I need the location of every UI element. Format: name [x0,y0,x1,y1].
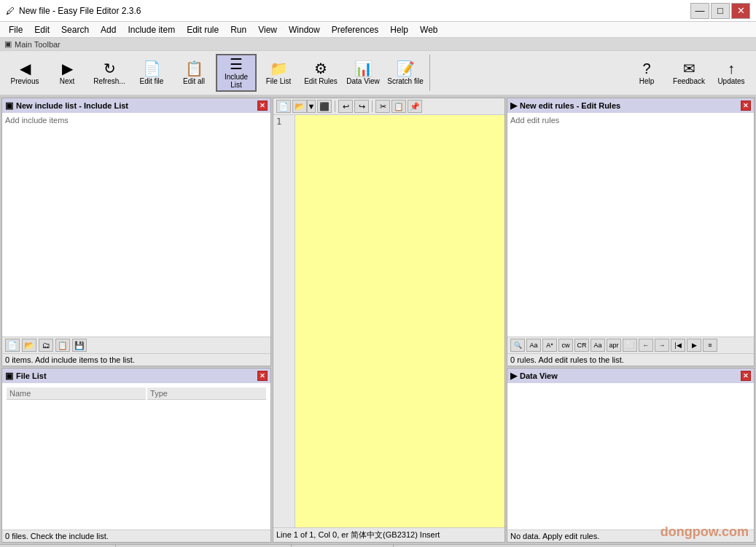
er-case-btn[interactable]: Aa [526,339,541,352]
include-export-btn[interactable]: 💾 [72,339,87,352]
data-view-title: Data View [520,371,558,380]
er-format-btn[interactable]: ⬜ [623,339,637,352]
editor-new-btn[interactable]: 📄 [276,100,291,113]
er-cr-btn[interactable]: CR [574,339,589,352]
toolbar-buttons: ◀Previous▶Next↻Refresh...📄Edit file📋Edit… [0,51,756,95]
er-aa-btn[interactable]: Aa [591,339,605,352]
er-apr-btn[interactable]: apr [607,339,621,352]
menu-item-view[interactable]: View [252,23,283,36]
title-bar-left: 🖊 New file - Easy File Editor 2.3.6 [6,6,141,16]
menu-item-edit-rule[interactable]: Edit rule [181,23,225,36]
editor-paste-btn[interactable]: 📌 [408,100,422,113]
toolbar-right-buttons: ?Help✉Feedback↑Updates [626,54,752,92]
editor-stop-btn[interactable]: ⬛ [317,100,332,113]
editor-open-dropdown[interactable]: ▼ [307,100,316,113]
editor-status-bar: Line 1 of 1, Col 0, er 简体中文(GB2312) Inse… [273,527,504,542]
data-view-close[interactable]: ✕ [741,371,751,381]
toolbar-btn-updates[interactable]: ↑Updates [711,54,752,92]
er-regex-btn[interactable]: A* [542,339,557,352]
edit-rules-placeholder: Add edit rules [510,116,559,125]
toolbar-icon-next: ▶ [62,61,73,76]
file-panel-close[interactable]: ✕ [257,371,268,381]
editor-undo-btn[interactable]: ↩ [338,100,353,113]
watermark: dongpow.com [660,524,749,530]
toolbar-icon-edit-rules: ⚙ [314,61,327,76]
toolbar-btn-refresh[interactable]: ↻Refresh... [89,54,130,92]
er-left-btn[interactable]: ← [639,339,653,352]
er-more-btn[interactable]: ≡ [703,339,717,352]
toolbar-icon-include-list: ☰ [230,57,243,71]
toolbar-label-edit-all: Edit all [183,77,205,85]
include-options-btn[interactable]: 📋 [55,339,70,352]
menu-item-preferences[interactable]: Preferences [326,23,385,36]
edit-rules-close[interactable]: ✕ [741,101,751,111]
close-button[interactable]: ✕ [731,3,750,19]
editor-redo-btn[interactable]: ↪ [354,100,369,113]
toolbar-btn-feedback[interactable]: ✉Feedback [669,54,709,92]
er-search-btn[interactable]: 🔍 [510,339,525,352]
title-bar-controls[interactable]: — □ ✕ [690,3,750,19]
menu-item-web[interactable]: Web [414,23,443,36]
menu-item-file[interactable]: File [3,23,28,36]
include-panel-close[interactable]: ✕ [257,101,268,111]
file-panel-body: Name Type [2,383,270,530]
er-right-btn[interactable]: → [655,339,669,352]
edit-rules-title: New edit rules - Edit Rules [520,101,620,110]
include-new-btn[interactable]: 📄 [5,339,20,352]
er-first-btn[interactable]: |◀ [671,339,685,352]
er-play-btn[interactable]: ▶ [687,339,701,352]
toolbar-icon-scratch-file: 📝 [397,61,415,76]
toolbar-btn-include-list[interactable]: ☰Include List [216,54,257,92]
app-icon: 🖊 [6,6,15,16]
menu-bar: FileEditSearchAddInclude itemEdit ruleRu… [0,22,756,38]
editor-content[interactable] [295,115,504,527]
toolbar-separator [429,55,430,91]
maximize-button[interactable]: □ [711,3,730,19]
title-bar: 🖊 New file - Easy File Editor 2.3.6 — □ … [0,0,756,22]
minimize-button[interactable]: — [690,3,709,19]
edit-rules-icon: ▶ [510,101,517,111]
toolbar-label: ▣ Main Toolbar [0,38,756,51]
data-view-panel: ▶ Data View ✕ dongpow.com No data. Apply… [507,368,755,543]
toolbar-icon-data-view: 📊 [354,61,373,76]
toolbar-btn-previous[interactable]: ◀Previous [4,54,45,92]
data-view-icon: ▶ [510,371,517,381]
menu-item-help[interactable]: Help [384,23,414,36]
toolbar-btn-edit-file[interactable]: 📄Edit file [131,54,172,92]
file-panel-footer: 0 files. Check the include list. [2,530,270,542]
menu-item-window[interactable]: Window [283,23,326,36]
menu-item-run[interactable]: Run [225,23,252,36]
toolbar-label-help: Help [639,77,655,85]
file-list-panel: ▣ File List ✕ Name Type [1,368,271,543]
toolbar-btn-scratch-file[interactable]: 📝Scratch file [385,54,426,92]
toolbar-label-edit-rules: Edit Rules [304,77,338,85]
toolbar-btn-edit-all[interactable]: 📋Edit all [174,54,214,92]
toolbar-btn-help[interactable]: ?Help [626,54,667,92]
include-panel-body: Add include items [2,113,270,337]
right-column: ▶ New edit rules - Edit Rules ✕ Add edit… [507,98,755,543]
include-browse-btn[interactable]: 🗂 [39,339,53,352]
toolbar-icon-file-list: 📁 [270,61,288,76]
editor-open-btn[interactable]: 📂 [292,100,307,113]
data-view-body: dongpow.com [507,383,754,530]
toolbar-btn-edit-rules[interactable]: ⚙Edit Rules [300,54,341,92]
toolbar-btn-data-view[interactable]: 📊Data View [343,54,383,92]
toolbar-label-data-view: Data View [346,77,379,85]
toolbar-label-updates: Updates [717,77,744,85]
toolbar-label-scratch-file: Scratch file [387,77,423,85]
toolbar-btn-file-list[interactable]: 📁File List [258,54,299,92]
menu-item-edit[interactable]: Edit [28,23,55,36]
toolbar-btn-next[interactable]: ▶Next [47,54,87,92]
toolbar-label-edit-file: Edit file [140,77,164,85]
editor-cut-btn[interactable]: ✂ [375,100,390,113]
include-panel-icon: ▣ [5,101,13,111]
include-open-btn[interactable]: 📂 [22,339,36,352]
include-panel-toolbar: 📄 📂 🗂 📋 💾 [2,337,270,353]
editor-copy-btn[interactable]: 📋 [391,100,406,113]
editor-toolbar: 📄 📂 ▼ ⬛ ↩ ↪ ✂ 📋 📌 [273,98,504,115]
menu-item-include-item[interactable]: Include item [122,23,181,36]
er-word-btn[interactable]: cw [558,339,573,352]
menu-item-search[interactable]: Search [55,23,95,36]
toolbar-icon-edit-file: 📄 [143,61,161,76]
menu-item-add[interactable]: Add [95,23,122,36]
